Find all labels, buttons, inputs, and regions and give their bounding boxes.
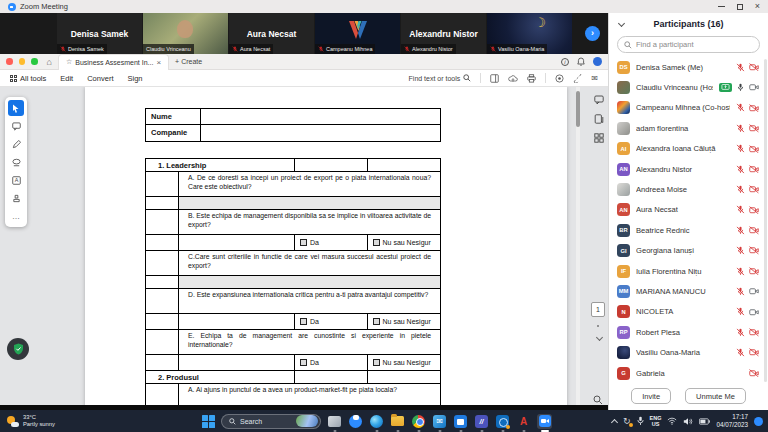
zoom-app-taskbar-icon[interactable] [537, 414, 552, 429]
edit-menu[interactable]: Edit [60, 74, 73, 83]
chrome-icon[interactable] [411, 414, 426, 429]
convert-menu[interactable]: Convert [87, 74, 113, 83]
more-tools-icon[interactable]: … [8, 208, 24, 224]
video-tile[interactable]: Aura NecsatAura Necsat [229, 13, 314, 54]
bookmarks-panel-icon[interactable] [594, 114, 604, 124]
side-panel-icon[interactable] [490, 74, 499, 83]
video-tile[interactable]: Campeanu Mihnea [315, 13, 400, 54]
language-indicator[interactable]: ENG US [650, 415, 662, 428]
checkbox-da[interactable]: Da [295, 235, 368, 250]
tray-overflow-chevron-icon[interactable] [611, 418, 618, 425]
participant-row[interactable]: NNICOLETA [609, 302, 768, 322]
list-scrollbar[interactable] [764, 59, 767, 382]
close-button[interactable]: × [755, 2, 760, 11]
mac-close-icon[interactable] [6, 58, 13, 65]
field-value-cell[interactable] [201, 109, 440, 124]
participant-row[interactable]: ANAura Necsat [609, 200, 768, 220]
participant-row[interactable]: IFIulia Florentina Nițu [609, 261, 768, 281]
favorite-star-icon[interactable]: ☆ [66, 58, 72, 66]
link-icon[interactable] [573, 74, 582, 83]
widgets-weather[interactable]: 33°C Partly sunny [7, 414, 55, 428]
chat-icon[interactable] [348, 414, 363, 429]
cloud-upload-icon[interactable] [508, 74, 518, 83]
video-tile[interactable]: Claudiu Vrinceanu [143, 13, 228, 54]
checkbox-icon[interactable] [373, 239, 380, 246]
email-icon[interactable]: ✉ [591, 74, 598, 83]
comments-panel-icon[interactable] [594, 95, 604, 105]
notification-center-icon[interactable] [754, 417, 763, 426]
participant-row[interactable]: GIGeorgiana Ianuși [609, 241, 768, 261]
taskbar-search-box[interactable]: Search [221, 414, 321, 429]
document-tab[interactable]: ☆ Business Assesment In... × [58, 54, 169, 70]
participant-row[interactable]: Claudiu Vrinceanu (Host) [609, 77, 768, 97]
checkbox-nu-sau-nesigur[interactable]: Nu sau Nesigur [368, 235, 441, 250]
notifications-bell-icon[interactable] [577, 57, 585, 66]
video-tile[interactable]: Alexandru NistorAlexandru Nistor [401, 13, 486, 54]
answer-area[interactable] [179, 276, 440, 288]
video-tile[interactable]: Denisa SamekDenisa Samek [57, 13, 142, 54]
account-avatar[interactable] [593, 57, 602, 66]
maximize-button[interactable] [737, 4, 743, 10]
participant-row[interactable]: ANAlexandru Nistor [609, 159, 768, 179]
start-button[interactable] [202, 415, 215, 428]
battery-icon[interactable] [699, 418, 710, 425]
participant-row[interactable]: MMMARIANA MANUCU [609, 281, 768, 301]
close-tab-icon[interactable]: × [156, 58, 161, 67]
scrollbar-thumb[interactable] [576, 91, 580, 127]
mac-minimize-icon[interactable] [19, 58, 26, 65]
answer-area[interactable] [179, 197, 440, 209]
participant-search-box[interactable] [617, 36, 760, 53]
ai-assistant-icon[interactable] [555, 74, 564, 83]
purple-app-icon[interactable]: // [474, 414, 489, 429]
wifi-icon[interactable] [667, 417, 677, 425]
page-thumbnails-icon[interactable] [594, 133, 604, 143]
video-tile[interactable]: ☽Vasiliu Oana-Maria [487, 13, 572, 54]
home-icon[interactable]: ⌂ [47, 57, 52, 67]
find-tools-search[interactable]: Find text or tools [409, 74, 472, 82]
field-value-cell[interactable] [201, 125, 440, 141]
participant-row[interactable]: RPRobert Plesa [609, 322, 768, 342]
sync-status-icon[interactable]: ↻ [623, 417, 631, 426]
clock[interactable]: 17:17 04/07/2023 [716, 413, 748, 429]
next-page-arrow-button[interactable]: › [585, 26, 600, 41]
minimize-button[interactable] [718, 6, 725, 7]
participant-row[interactable]: AIAlexandra Ioana Căluță [609, 139, 768, 159]
checkbox-icon[interactable] [300, 239, 307, 246]
task-view-icon[interactable] [327, 414, 342, 429]
checkbox-da[interactable]: Da [295, 355, 368, 370]
microsoft-store-icon[interactable] [453, 414, 468, 429]
volume-icon[interactable] [683, 417, 693, 426]
highlighter-tool-icon[interactable] [8, 154, 24, 170]
meeting-info-shield-icon[interactable] [7, 338, 29, 360]
checkbox-icon[interactable] [300, 359, 307, 366]
page-nav-chevron-icon[interactable] [596, 334, 603, 341]
pen-tool-icon[interactable] [8, 136, 24, 152]
participant-row[interactable]: DSDenisa Samek (Me) [609, 57, 768, 77]
select-tool-icon[interactable] [8, 100, 24, 116]
file-explorer-icon[interactable] [390, 414, 405, 429]
mail-icon[interactable]: ✉ [432, 414, 447, 429]
mac-zoom-icon[interactable] [31, 58, 38, 65]
comment-tool-icon[interactable] [8, 118, 24, 134]
sign-menu[interactable]: Sign [127, 74, 142, 83]
stamp-tool-icon[interactable] [8, 190, 24, 206]
edge-icon[interactable] [369, 414, 384, 429]
participant-row[interactable]: Andreea Moise [609, 179, 768, 199]
participant-search-input[interactable] [636, 40, 753, 49]
outlook-icon[interactable] [495, 414, 510, 429]
unmute-me-button[interactable]: Unmute Me [685, 388, 746, 404]
participant-row[interactable]: BRBeatrice Rednic [609, 220, 768, 240]
invite-button[interactable]: Invite [631, 388, 671, 404]
checkbox-da[interactable]: Da [295, 314, 368, 329]
add-text-tool-icon[interactable]: A [8, 172, 24, 188]
checkbox-nu-sau-nesigur[interactable]: Nu sau Nesigur [368, 314, 441, 329]
info-icon[interactable]: i [561, 58, 569, 66]
tray-microphone-icon[interactable] [637, 416, 644, 426]
acrobat-icon[interactable]: A [516, 414, 531, 429]
participant-row[interactable]: GGabriela [609, 363, 768, 383]
participant-row[interactable]: Vasiliu Oana-Maria [609, 342, 768, 362]
participant-row[interactable]: adam florentina [609, 118, 768, 138]
checkbox-icon[interactable] [373, 318, 380, 325]
page-number-box[interactable]: 1 [591, 302, 605, 317]
zoom-tool-icon[interactable] [593, 395, 603, 405]
